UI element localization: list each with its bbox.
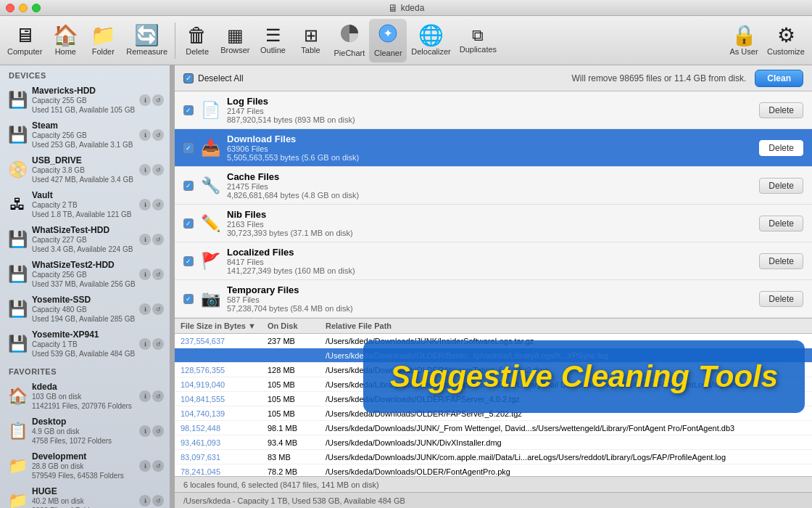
device-icon: 💾	[7, 125, 28, 145]
file-list-area: File Size in Bytes ▼ On Disk Relative Fi…	[175, 319, 812, 476]
sidebar-item-device-7[interactable]: 💾 Yosemite-XP941 Capacity 1 TB Used 539 …	[0, 327, 170, 361]
overlay: Suggestive Cleaning Tools	[363, 340, 805, 413]
toolbar-asuser[interactable]: 🔒 As User	[725, 19, 763, 62]
device-scan-btn[interactable]: ↺	[152, 129, 164, 141]
sidebar-item-fav-2[interactable]: 📁 Development 28.8 GB on disk 579549 Fil…	[0, 448, 170, 483]
file-row-6[interactable]: 98,152,448 98.1 MB /Users/kdeda/Download…	[175, 421, 812, 435]
file-row-7[interactable]: 93,461,093 93.4 MB /Users/kdeda/Download…	[175, 435, 812, 450]
fav-scan-btn[interactable]: ↺	[152, 390, 164, 402]
cat-delete-btn-1[interactable]: Delete	[759, 140, 803, 156]
fav-info-btn[interactable]: ℹ	[139, 390, 151, 402]
toolbar-home[interactable]: 🏠 Home	[46, 19, 84, 62]
cat-delete-btn-4[interactable]: Delete	[759, 253, 803, 269]
cat-icon-4: 🚩	[199, 250, 221, 272]
cat-delete-btn-2[interactable]: Delete	[759, 178, 803, 194]
sidebar-item-device-6[interactable]: 💾 Yosemite-SSD Capacity 480 GB Used 194 …	[0, 292, 170, 327]
col-header-path[interactable]: Relative File Path	[326, 321, 806, 330]
file-category-1[interactable]: ✓ 📥 Download Files 63906 Files 5,505,563…	[175, 129, 812, 167]
file-category-3[interactable]: ✓ ✏️ Nib Files 2163 Files 30,723,393 byt…	[175, 205, 812, 242]
fav-info-btn[interactable]: ℹ	[139, 495, 151, 507]
device-icon: 💾	[7, 90, 28, 110]
table-icon: ⊞	[304, 27, 318, 44]
toolbar-outline[interactable]: ☰ Outline	[254, 19, 292, 62]
file-categories: ✓ 📄 Log Files 2147 Files 887,920,514 byt…	[175, 91, 812, 319]
file-row-9[interactable]: 78,241,045 78.2 MB /Users/kdeda/Download…	[175, 464, 812, 476]
minimize-button[interactable]	[19, 4, 28, 12]
deselect-all-button[interactable]: ✓ Deselect All	[183, 73, 244, 83]
traffic-lights[interactable]	[6, 4, 41, 12]
cat-checkbox-3[interactable]: ✓	[183, 218, 194, 229]
sidebar-item-device-5[interactable]: 💾 WhatSizeTest2-HDD Capacity 256 GB Used…	[0, 257, 170, 292]
fav-scan-btn[interactable]: ↺	[152, 425, 164, 437]
cat-checkbox-4[interactable]: ✓	[183, 256, 194, 266]
file-category-2[interactable]: ✓ 🔧 Cache Files 21475 Files 4,826,681,68…	[175, 167, 812, 205]
file-category-0[interactable]: ✓ 📄 Log Files 2147 Files 887,920,514 byt…	[175, 91, 812, 129]
file-list-header: File Size in Bytes ▼ On Disk Relative Fi…	[175, 319, 812, 334]
deselect-checkbox[interactable]: ✓	[183, 73, 194, 83]
device-scan-btn[interactable]: ↺	[152, 94, 164, 106]
device-info-btn[interactable]: ℹ	[139, 199, 151, 210]
file-category-5[interactable]: ✓ 📷 Temporary Files 587 Files 57,238,704…	[175, 280, 812, 318]
sidebar-item-device-0[interactable]: 💾 Mavericks-HDD Capacity 255 GB Used 151…	[0, 83, 170, 118]
favorites-header: FAVORITES	[0, 361, 170, 379]
cat-delete-btn-0[interactable]: Delete	[759, 102, 803, 118]
device-info-btn[interactable]: ℹ	[139, 164, 151, 176]
cat-checkbox-2[interactable]: ✓	[183, 181, 194, 191]
sidebar-item-device-4[interactable]: 💾 WhatSizeTest-HDD Capacity 227 GB Used …	[0, 222, 170, 257]
sidebar-item-device-2[interactable]: 📀 USB_DRIVE Capacity 3.8 GB Used 427 MB,…	[0, 152, 170, 187]
fav-info-btn[interactable]: ℹ	[139, 425, 151, 437]
toolbar-computer[interactable]: 🖥 Computer	[3, 19, 46, 62]
device-icon: 📀	[7, 160, 28, 180]
fav-scan-btn[interactable]: ↺	[152, 460, 164, 472]
sidebar-item-fav-0[interactable]: 🏠 kdeda 103 GB on disk 1142191 Files, 20…	[0, 379, 170, 414]
fav-scan-btn[interactable]: ↺	[152, 495, 164, 507]
device-info-btn[interactable]: ℹ	[139, 234, 151, 245]
duplicates-icon: ⧉	[472, 28, 484, 44]
device-scan-btn[interactable]: ↺	[152, 338, 164, 350]
close-button[interactable]	[6, 4, 14, 12]
cat-checkbox-0[interactable]: ✓	[183, 105, 194, 115]
cat-checkbox-1[interactable]: ✓	[183, 143, 194, 153]
file-category-4[interactable]: ✓ 🚩 Localized Files 8417 Files 141,227,3…	[175, 242, 812, 280]
device-scan-btn[interactable]: ↺	[152, 199, 164, 210]
toolbar-cleaner[interactable]: ✦ Cleaner	[369, 19, 407, 62]
cat-delete-btn-3[interactable]: Delete	[759, 216, 803, 232]
toolbar-customize[interactable]: ⚙ Customize	[763, 19, 809, 62]
col-header-disk[interactable]: On Disk	[268, 321, 326, 330]
window-title: 🖥 kdeda	[388, 2, 425, 14]
svg-text:✦: ✦	[384, 28, 392, 39]
col-header-size[interactable]: File Size in Bytes ▼	[181, 321, 268, 330]
device-info-btn[interactable]: ℹ	[139, 338, 151, 350]
device-scan-btn[interactable]: ↺	[152, 269, 164, 280]
device-info-btn[interactable]: ℹ	[139, 129, 151, 141]
toolbar-duplicates[interactable]: ⧉ Duplicates	[455, 19, 501, 62]
toolbar-folder[interactable]: 📁 Folder	[84, 19, 122, 62]
sidebar-item-fav-3[interactable]: 📁 HUGE 40.2 MB on disk 9820 Files, 4 Fol…	[0, 483, 170, 508]
toolbar-delete[interactable]: 🗑 Delete	[178, 19, 216, 62]
device-scan-btn[interactable]: ↺	[152, 303, 164, 315]
cat-icon-5: 📷	[199, 288, 221, 310]
device-scan-btn[interactable]: ↺	[152, 164, 164, 176]
cat-checkbox-5[interactable]: ✓	[183, 294, 194, 304]
sidebar-item-fav-1[interactable]: 📋 Desktop 4.9 GB on disk 4758 Files, 107…	[0, 414, 170, 448]
toolbar-piechart[interactable]: PieChart	[330, 19, 370, 62]
cat-delete-btn-5[interactable]: Delete	[759, 291, 803, 307]
fav-info-btn[interactable]: ℹ	[139, 460, 151, 472]
device-scan-btn[interactable]: ↺	[152, 234, 164, 245]
maximize-button[interactable]	[32, 4, 41, 12]
toolbar-group-views: 🗑 Delete ▦ Browser ☰ Outline ⊞ Table Pie…	[178, 16, 501, 65]
device-info-btn[interactable]: ℹ	[139, 303, 151, 315]
toolbar-browser[interactable]: ▦ Browser	[216, 19, 254, 62]
sidebar-item-device-3[interactable]: 🖧 Vault Capacity 2 TB Used 1.8 TB, Avail…	[0, 187, 170, 222]
device-info-btn[interactable]: ℹ	[139, 269, 151, 280]
status-bar-1: 6 locales found, 6 selected (8417 files,…	[175, 476, 812, 492]
file-row-8[interactable]: 83,097,631 83 MB /Users/kdeda/Downloads/…	[175, 450, 812, 464]
toolbar-remeasure[interactable]: 🔄 Remeasure	[122, 19, 172, 62]
sidebar-item-device-1[interactable]: 💾 Steam Capacity 256 GB Used 253 GB, Ava…	[0, 118, 170, 152]
toolbar-delocalizer[interactable]: 🌐 Delocalizer	[407, 19, 455, 62]
device-info-btn[interactable]: ℹ	[139, 94, 151, 106]
device-icon: 💾	[7, 229, 28, 250]
sidebar: DEVICES 💾 Mavericks-HDD Capacity 255 GB …	[0, 65, 170, 508]
clean-button[interactable]: Clean	[755, 70, 803, 87]
toolbar-table[interactable]: ⊞ Table	[292, 19, 330, 62]
